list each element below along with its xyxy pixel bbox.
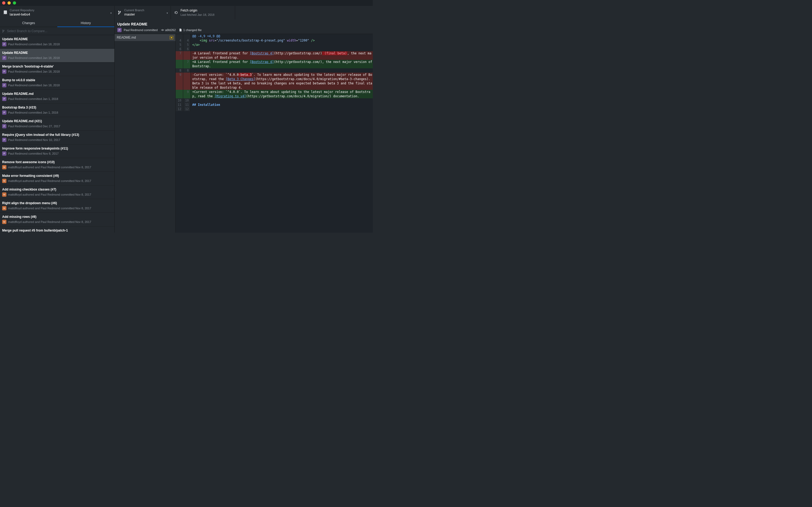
committer-seg: P Paul Redmond committed [117,28,158,32]
commit-item-title: Update README.md [2,92,112,96]
commit-item[interactable]: Right align the dropdown menu (#6)Mmattd… [0,199,114,213]
git-branch-icon [118,10,122,15]
file-diff-icon [179,29,182,32]
commit-item-meta: PPaul Redmond committed Nov 8, 2017 [2,152,112,156]
avatar-icon: P [2,69,6,74]
commit-item[interactable]: Merge branch 'bootstrap-4-stable'PPaul R… [0,62,114,76]
branch-value: master [124,12,144,17]
commit-item[interactable]: Make error formatting consistent (#9)Mma… [0,172,114,185]
avatar-icon: M [2,179,6,183]
commit-item-meta: Mmattdfloyd authored and Paul Redmond co… [2,192,112,197]
avatar-icon: M [2,192,6,197]
avatar-icon: P [2,56,6,60]
changed-file-item[interactable]: README.md [115,34,175,41]
commit-item[interactable]: Update READMEPPaul Redmond committed Jan… [0,35,114,49]
commit-item-title: Merge branch 'bootstrap-4-stable' [2,65,112,68]
commit-item-meta: PPaul Redmond committed Jan 1, 2018 [2,110,112,115]
git-commit-icon [161,29,164,32]
commit-item-meta: Mmattdfloyd authored and Paul Redmond co… [2,165,112,169]
sha-seg[interactable]: a6fd262 [161,29,176,32]
commit-item-title: Require jQuery slim instead of the full … [2,133,112,137]
avatar-icon: P [2,110,6,115]
commit-item[interactable]: Bootstrap Beta 3 (#23)PPaul Redmond comm… [0,103,114,117]
commit-item-title: Make error formatting consistent (#9) [2,174,112,178]
chevron-down-icon: ▾ [167,11,168,14]
files-summary: 1 changed file [183,29,202,32]
toolbar: Current Repository laravel-twbs4 ▾ Curre… [0,6,373,19]
avatar-icon: P [2,97,6,101]
diff-line: 66 [176,47,373,51]
diff-viewer[interactable]: @@ -4,9 +4,9 @@44 <img src="/screenshots… [176,34,373,233]
commit-item[interactable]: Remove font awesome icons (#10)Mmattdflo… [0,158,114,172]
zoom-window-icon[interactable] [13,1,16,5]
avatar-icon: P [2,124,6,128]
files-seg: 1 changed file [179,29,202,32]
commit-item[interactable]: Update READMEPPaul Redmond committed Jan… [0,49,114,62]
commit-sha: a6fd262 [165,29,176,32]
commit-item[interactable]: Require jQuery slim instead of the full … [0,131,114,145]
commit-item[interactable]: Add missing checkbox classes (#7)Mmattdf… [0,185,114,199]
commit-item-title: Remove font awesome icons (#10) [2,160,112,164]
diff-line: 44 <img src="/screenshots/bootstrap-4-pr… [176,38,373,43]
commit-item-title: Add missing checkbox classes (#7) [2,187,112,191]
commit-item[interactable]: Add missing rows (#8)Mmattdfloyd authore… [0,213,114,226]
modified-badge-icon [170,36,173,39]
commit-item-title: Improve form responsive breakpoints (#11… [2,147,112,150]
current-repository-button[interactable]: Current Repository laravel-twbs4 ▾ [0,6,115,19]
committer-text: Paul Redmond committed [124,29,158,32]
diff-line: 9+Current version: `^4.0.0`. To learn mo… [176,90,373,98]
commit-item[interactable]: Update README.mdPPaul Redmond committed … [0,90,114,103]
avatar-icon: P [2,138,6,142]
sidebar: Changes History Select Branch to Compare… [0,19,115,233]
commit-list[interactable]: Update READMEPPaul Redmond committed Jan… [0,35,114,233]
sidebar-tabs: Changes History [0,19,114,27]
avatar-icon: M [2,206,6,210]
commit-header: Update README P Paul Redmond committed a… [115,19,373,34]
diff-line: 88 [176,68,373,73]
commit-item[interactable]: Improve form responsive breakpoints (#11… [0,145,114,158]
commit-item-title: Update README.md (#21) [2,119,112,123]
commit-item-title: Bump to v4.0.0 stable [2,78,112,82]
diff-line: 1212 [176,107,373,111]
commit-item-title: Update README [2,51,112,55]
changed-files-list: README.md [115,34,176,233]
compare-branch-select[interactable]: Select Branch to Compare... [0,27,114,35]
diff-line: 7+A Laravel frontend preset for [Bootstr… [176,60,373,68]
commit-item-title: Add missing rows (#8) [2,215,112,219]
fetch-sub: Last fetched Jan 18, 2018 [181,13,214,17]
commit-item-meta: Mmattdfloyd authored and Paul Redmond co… [2,206,112,210]
commit-item-meta: Mmattdfloyd authored and Paul Redmond co… [2,220,112,224]
commit-item-title: Merge pull request #5 from bullenb/patch… [2,229,112,232]
commit-item-meta: PPaul Redmond committed Jan 18, 2018 [2,69,112,74]
avatar-icon: P [2,42,6,46]
avatar-icon: P [2,152,6,156]
avatar-icon: P [2,83,6,88]
branch-label: Current Branch [124,8,144,12]
compare-placeholder: Select Branch to Compare... [7,29,47,33]
commit-item[interactable]: Merge pull request #5 from bullenb/patch… [0,226,114,233]
window-titlebar [0,0,373,6]
commit-item-meta: PPaul Redmond committed Jan 18, 2018 [2,83,112,88]
avatar-icon: M [2,165,6,169]
chevron-down-icon: ▾ [110,11,112,14]
sync-icon [174,10,178,15]
tab-changes[interactable]: Changes [0,19,57,27]
commit-item-meta: Mmattdfloyd authored and Paul Redmond co… [2,179,112,183]
fetch-origin-button[interactable]: Fetch origin Last fetched Jan 18, 2018 [171,6,235,19]
repo-value: laravel-twbs4 [10,12,34,17]
minimize-window-icon[interactable] [7,1,11,5]
avatar-icon: M [2,220,6,224]
fetch-label: Fetch origin [181,9,214,13]
commit-item-meta: PPaul Redmond committed Jan 18, 2018 [2,42,112,46]
current-branch-button[interactable]: Current Branch master ▾ [115,6,171,19]
commit-title: Update README [117,22,370,26]
commit-item-meta: PPaul Redmond committed Jan 1, 2018 [2,97,112,101]
commit-item-title: Right align the dropdown menu (#6) [2,201,112,205]
commit-item-meta: PPaul Redmond committed Nov 10, 2017 [2,138,112,142]
tab-history[interactable]: History [57,19,115,27]
diff-line: 1111## Installation [176,103,373,107]
commit-item[interactable]: Update README.md (#21)PPaul Redmond comm… [0,117,114,131]
close-window-icon[interactable] [2,1,5,5]
diff-hunk-header: @@ -4,9 +4,9 @@ [176,34,373,38]
commit-item[interactable]: Bump to v4.0.0 stablePPaul Redmond commi… [0,76,114,90]
